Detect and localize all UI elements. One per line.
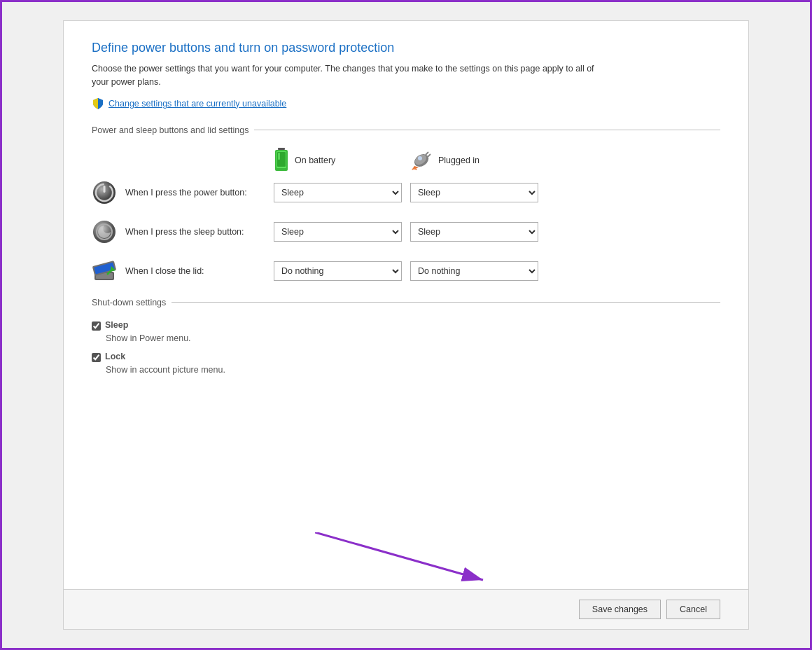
cancel-button[interactable]: Cancel [666, 600, 720, 619]
power-sleep-section-header: Power and sleep buttons and lid settings [92, 125, 720, 135]
svg-line-11 [428, 154, 430, 157]
power-button-row: When I press the power button: Sleep Do … [92, 180, 720, 205]
lid-close-dropdowns: Do nothing Sleep Hibernate Shut down Tur… [274, 261, 538, 281]
save-changes-button[interactable]: Save changes [579, 600, 661, 619]
power-button-battery-select[interactable]: Sleep Do nothing Hibernate Shut down Tur… [274, 183, 402, 202]
lock-checkbox[interactable] [92, 353, 101, 362]
battery-icon [274, 148, 289, 173]
lid-close-battery-select[interactable]: Do nothing Sleep Hibernate Shut down Tur… [274, 261, 402, 281]
svg-rect-14 [104, 186, 106, 193]
columns-header: On battery Plugged in [274, 148, 720, 173]
sleep-button-label: When I press the sleep button: [125, 227, 274, 237]
on-battery-column-header: On battery [274, 148, 410, 173]
shutdown-section-label: Shut-down settings [92, 298, 166, 307]
sleep-checkbox-desc: Show in Power menu. [106, 333, 720, 343]
lid-close-row: When I close the lid: Do nothing Sleep H… [92, 258, 720, 284]
sleep-button-battery-select[interactable]: Sleep Do nothing Hibernate Shut down Tur… [274, 222, 402, 242]
sleep-checkbox-label[interactable]: Sleep [105, 320, 128, 330]
lid-close-plugged-select[interactable]: Do nothing Sleep Hibernate Shut down Tur… [410, 261, 538, 281]
power-sleep-section-label: Power and sleep buttons and lid settings [92, 125, 248, 135]
change-settings-text: Change settings that are currently unava… [108, 99, 286, 109]
plugged-in-column-header: Plugged in [410, 151, 547, 170]
lock-checkbox-label[interactable]: Lock [105, 352, 125, 361]
power-button-icon [92, 180, 117, 205]
sleep-button-dropdowns: Sleep Do nothing Hibernate Shut down Tur… [274, 222, 538, 242]
svg-rect-4 [278, 153, 280, 160]
sleep-checkbox[interactable] [92, 321, 101, 331]
page-title: Define power buttons and turn on passwor… [92, 41, 720, 55]
plugged-in-label: Plugged in [438, 155, 479, 165]
section-divider [254, 130, 720, 130]
power-button-dropdowns: Sleep Do nothing Hibernate Shut down Tur… [274, 183, 538, 202]
shutdown-section-divider [172, 302, 720, 303]
sleep-button-row: When I press the sleep button: Sleep Do … [92, 219, 720, 244]
footer: Save changes Cancel [64, 589, 748, 629]
svg-rect-0 [278, 148, 285, 150]
on-battery-label: On battery [295, 155, 335, 165]
plug-icon [410, 151, 433, 170]
sleep-button-plugged-select[interactable]: Sleep Do nothing Hibernate Shut down Tur… [410, 222, 538, 242]
shield-icon [92, 97, 104, 110]
page-description: Choose the power settings that you want … [92, 62, 596, 89]
main-window: Define power buttons and turn on passwor… [63, 20, 749, 630]
shutdown-section-header: Shut-down settings [92, 298, 720, 307]
lid-close-label: When I close the lid: [125, 266, 274, 276]
power-button-plugged-select[interactable]: Sleep Do nothing Hibernate Shut down Tur… [410, 183, 538, 202]
svg-line-10 [426, 152, 428, 155]
shutdown-section: Shut-down settings Sleep Show in Power m… [92, 298, 720, 375]
lock-checkbox-row: Lock [92, 352, 720, 362]
content-area: Define power buttons and turn on passwor… [64, 21, 748, 589]
power-button-label: When I press the power button: [125, 188, 274, 198]
svg-point-9 [418, 156, 422, 160]
lock-checkbox-desc: Show in account picture menu. [106, 365, 720, 375]
sleep-checkbox-row: Sleep [92, 320, 720, 331]
lid-close-icon [92, 258, 117, 284]
sleep-button-icon [92, 219, 117, 244]
change-settings-link[interactable]: Change settings that are currently unava… [92, 97, 720, 110]
